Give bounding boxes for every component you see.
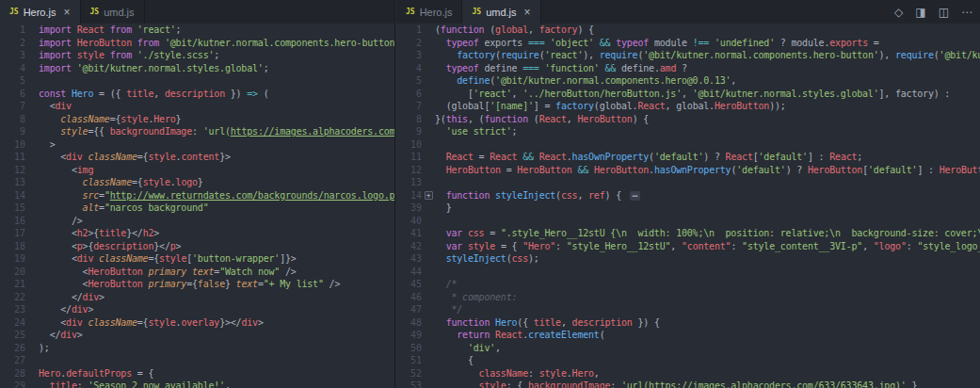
line-number: 3 — [0, 49, 25, 62]
code-line: 3import style from './style.scss'; — [0, 49, 394, 62]
code-text: title: 'Season 2 now available!', — [39, 380, 394, 388]
code-text: } — [435, 202, 980, 215]
line-number: 8 — [396, 113, 422, 126]
code-line: 41 var css = ".style_Hero__12stU {\n wid… — [396, 227, 980, 240]
code-text: <h2>{title}</h2> — [39, 227, 394, 240]
code-text — [435, 215, 980, 228]
fold-gutter — [25, 125, 39, 138]
fold-gutter — [422, 202, 435, 215]
code-line: 16 /> — [0, 215, 394, 228]
editor-pane-hero-js[interactable]: 1import React from 'react';2import HeroB… — [0, 24, 394, 388]
fold-gutter — [422, 266, 435, 279]
fold-gutter — [422, 252, 435, 266]
tab-Hero-js[interactable]: JSHero.js× — [0, 0, 81, 24]
tab-Hero-js[interactable]: JSHero.js — [396, 0, 462, 24]
close-icon[interactable]: × — [63, 6, 70, 19]
fold-expand-icon[interactable]: + — [425, 191, 433, 200]
line-number: 2 — [0, 37, 25, 50]
fold-gutter — [422, 215, 435, 228]
fold-gutter — [422, 74, 435, 88]
open-changes-icon[interactable]: ◇ — [894, 7, 903, 18]
link-text[interactable]: http://www.returndates.com/backgrounds/n… — [110, 190, 394, 201]
code-line: 4import '@bit/kutner.normal.styles.globa… — [0, 62, 394, 75]
code-text: import React from 'react'; — [39, 24, 394, 37]
line-number: 9 — [0, 125, 25, 138]
fold-gutter — [25, 100, 39, 113]
tab-umd-js[interactable]: JSumd.js — [81, 0, 145, 24]
code-line: 51 { — [396, 354, 980, 367]
line-number: 7 — [396, 100, 422, 113]
code-line: 4 typeof define === 'function' && define… — [396, 62, 980, 75]
line-number: 21 — [0, 278, 25, 291]
line-number: 10 — [0, 138, 25, 152]
tab-label: umd.js — [104, 7, 134, 18]
line-number: 46 — [396, 291, 422, 304]
code-line: 11 React = React && React.hasOwnProperty… — [396, 151, 980, 164]
fold-expand-icon[interactable]: + — [422, 189, 435, 202]
line-number: 1 — [0, 24, 25, 37]
fold-gutter — [25, 227, 39, 240]
code-line: 18 <p>{description}</p> — [0, 240, 394, 253]
line-number: 11 — [0, 151, 25, 164]
code-line: 10 — [396, 138, 980, 152]
line-number: 29 — [0, 380, 25, 388]
code-text: var style = { "Hero": "style_Hero__12stU… — [435, 240, 980, 253]
fold-gutter — [422, 138, 435, 152]
tab-bar-right: ◇◨◫⋯ JSHero.jsJSumd.js× — [396, 0, 980, 24]
fold-gutter — [25, 164, 39, 177]
fold-gutter — [25, 151, 39, 164]
code-text: }(this, (function (React, HeroButton) { — [435, 113, 980, 126]
line-number: 43 — [396, 252, 422, 266]
fold-gutter — [25, 62, 39, 75]
code-line: 6 ['react', '../heroButton/heroButton.js… — [396, 88, 980, 101]
editor-actions: ◇◨◫⋯ — [894, 0, 972, 24]
code-text: <HeroButton primary={false} text="+ My l… — [39, 278, 394, 291]
code-line: 28Hero.defaultProps = { — [0, 367, 394, 380]
code-text: { — [435, 354, 980, 367]
code-line: 11 <div className={style.content}> — [0, 151, 394, 164]
fold-gutter — [25, 202, 39, 215]
link-text[interactable]: https://images.alphacoders.com/633 — [231, 126, 394, 137]
code-text: </div> — [39, 329, 394, 342]
line-number: 11 — [396, 151, 422, 164]
fold-gutter — [25, 329, 39, 342]
tab-umd-js[interactable]: JSumd.js× — [462, 0, 540, 24]
line-number: 28 — [0, 367, 25, 380]
fold-gutter — [25, 88, 39, 101]
more-actions-icon[interactable]: ⋯ — [961, 7, 972, 18]
code-text: typeof define === 'function' && define.a… — [435, 62, 980, 75]
editor-pane-umd-js[interactable]: 1(function (global, factory) {2 typeof e… — [396, 24, 980, 388]
split-editor-icon[interactable]: ◫ — [939, 7, 949, 18]
tab-label: Hero.js — [24, 7, 56, 18]
fold-gutter — [25, 252, 39, 266]
close-icon[interactable]: × — [524, 6, 531, 19]
code-line: 2 typeof exports === 'object' && typeof … — [396, 37, 980, 50]
code-line: 27 — [0, 354, 394, 367]
code-line: 42 var style = { "Hero": "style_Hero__12… — [396, 240, 980, 253]
code-text: /* — [435, 278, 980, 291]
fold-gutter — [25, 240, 39, 253]
code-text: function styleInject(css, ref) { ⋯ — [435, 189, 980, 202]
line-number: 42 — [396, 240, 422, 253]
line-number: 19 — [0, 252, 25, 266]
code-line: 5 define('@bit/kutner.normal.components.… — [396, 74, 980, 88]
code-line: 21 <HeroButton primary={false} text="+ M… — [0, 278, 394, 291]
code-line: 19 <div className={style['button-wrapper… — [0, 252, 394, 266]
fold-gutter — [422, 291, 435, 304]
fold-gutter — [25, 138, 39, 152]
open-preview-icon[interactable]: ◨ — [915, 7, 925, 18]
fold-gutter — [25, 303, 39, 316]
code-text: style: { backgroundImage: 'url(https://i… — [435, 380, 980, 388]
link-text[interactable]: https://images.alphacoders.com/633/63364… — [649, 380, 895, 388]
code-text: <div className={style.overlay}></div> — [39, 316, 394, 330]
fold-gutter — [422, 240, 435, 253]
code-text: </div> — [39, 303, 394, 316]
line-number: 5 — [0, 74, 25, 88]
code-text: import HeroButton from '@bit/kutner.norm… — [39, 37, 394, 50]
line-number: 17 — [0, 227, 25, 240]
code-text: /> — [39, 215, 394, 228]
folded-code-ellipsis[interactable]: ⋯ — [630, 191, 640, 201]
code-line: 25 </div> — [0, 329, 394, 342]
tab-label: umd.js — [486, 7, 516, 18]
fold-gutter — [422, 278, 435, 291]
